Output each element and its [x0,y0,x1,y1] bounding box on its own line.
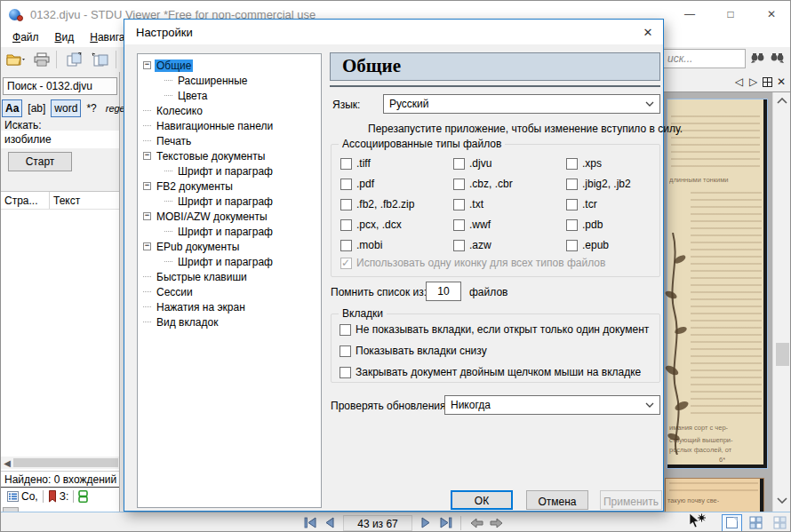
filetype-checkbox-row[interactable]: .epub [566,239,651,251]
open-file-button[interactable] [4,49,28,70]
checkbox-epub[interactable] [566,240,578,251]
checkbox-azw[interactable] [453,240,465,251]
tree-expander-icon[interactable]: − [143,152,151,160]
first-page-button[interactable] [300,515,320,531]
checkbox-wwf[interactable] [453,219,465,231]
results-column-page[interactable]: Стра... [1,192,50,209]
menu-item-вид[interactable]: Вид [47,29,83,45]
dialog-title-bar[interactable]: Настройки ✕ [124,20,663,44]
grid-view-button[interactable] [746,514,766,532]
scroll-down-icon[interactable] [777,497,787,504]
tree-item-цвета[interactable]: Цвета [138,88,321,103]
scroll-left-icon[interactable]: ◀ [1,458,13,468]
checkbox-tiff[interactable] [340,158,352,170]
tab-option-row-1[interactable]: Не показывать вкладки, если открыт тольк… [340,323,652,336]
menu-item-файл[interactable]: Файл [4,29,47,45]
filetype-checkbox-row[interactable]: .txt [453,198,566,210]
history-back-button[interactable] [467,515,486,531]
tree-item-epub-документы[interactable]: −EPub документы [138,239,321,254]
filetype-checkbox-row[interactable]: .pdf [340,178,453,190]
tree-item-колесико[interactable]: Колесико [138,103,321,118]
history-forward-button[interactable] [486,515,506,531]
document-search-field[interactable]: иск... [664,49,746,68]
filetype-checkbox-row[interactable]: .mobi [340,239,453,251]
search-mode-[interactable]: *? [83,99,100,117]
scroll-up-icon[interactable] [777,98,787,104]
tab-option-row-3[interactable]: Закрывать документ двойным щелчком мыши … [340,366,652,378]
tab-option-checkbox-2[interactable] [340,345,351,357]
panel-tab-contents[interactable]: Со, [4,488,41,504]
checkbox-pcxdcx[interactable] [340,219,352,231]
find-next-button[interactable] [768,50,786,67]
remember-count-input[interactable] [426,282,461,301]
search-mode-ab[interactable]: [ab] [24,99,49,117]
checkbox-pdf[interactable] [340,179,352,190]
import-page-button[interactable] [89,49,112,70]
filetype-checkbox-row[interactable]: .pdb [566,218,651,231]
close-button[interactable]: ✕ [751,1,791,28]
filetype-checkbox-row[interactable]: .tiff [340,157,453,170]
filetype-checkbox-row[interactable]: .azw [453,239,566,251]
results-horizontal-scrollbar[interactable]: ◀ [1,457,119,469]
tree-item-шрифт-и-параграф[interactable]: Шрифт и параграф [138,163,321,179]
document-page-next[interactable]: такую почву све- [666,479,763,512]
checkbox-txt[interactable] [453,199,465,210]
filetype-checkbox-row[interactable]: .jbig2, .jb2 [566,178,651,190]
maximize-button[interactable]: □ [710,1,751,28]
filetype-checkbox-row[interactable]: .fb2, .fb2.zip [340,198,453,210]
tree-item-нажатия-на-экран[interactable]: Нажатия на экран [138,299,321,314]
updates-select[interactable]: Никогда [444,395,660,415]
ok-button[interactable]: ОК [451,490,513,510]
tab-option-checkbox-3[interactable] [340,367,351,378]
search-input[interactable] [1,131,119,148]
tree-expander-icon[interactable]: − [143,182,151,190]
scrollbar-thumb[interactable] [13,458,118,467]
checkbox-pdb[interactable] [566,219,578,231]
print-button[interactable] [31,49,52,70]
checkbox-xps[interactable] [566,158,578,170]
page-indicator[interactable]: 43 из 67 [343,515,412,531]
document-page-current[interactable]: длинными тонкими имания сорт с чер- ству… [667,99,767,468]
filetype-checkbox-row[interactable]: .cbz, .cbr [453,178,566,190]
language-select[interactable]: Русский [383,94,660,114]
find-previous-button[interactable] [748,50,766,67]
tree-item-шрифт-и-параграф[interactable]: Шрифт и параграф [138,194,321,209]
single-page-view-button[interactable] [722,514,742,532]
prev-tab-icon[interactable]: ◁ [735,75,743,88]
start-search-button[interactable]: Старт [8,152,72,171]
minimize-button[interactable]: — [669,1,710,28]
filetype-checkbox-row[interactable]: .tcr [566,198,651,210]
panel-tab-thumbnails[interactable] [76,488,91,504]
document-vertical-scrollbar[interactable] [772,92,791,512]
tree-item-fb2-документы[interactable]: −FB2 документы [138,179,321,194]
checkbox-fb2fb2zip[interactable] [340,199,352,210]
tree-item-mobi-azw-документы[interactable]: −MOBI/AZW документы [138,209,321,224]
export-page-button[interactable] [63,49,86,70]
next-tab-icon[interactable]: ▷ [749,75,757,88]
next-page-button[interactable] [416,515,435,531]
scrollbar-thumb[interactable] [776,343,789,366]
one-icon-checkbox[interactable] [340,258,352,269]
grid-view-alt-button[interactable] [770,514,790,532]
close-document-icon[interactable]: ✕ [777,75,786,88]
one-icon-checkbox-row[interactable]: Использовать одну иконку для всех типов … [340,257,605,269]
dialog-close-button[interactable]: ✕ [633,20,663,44]
previous-page-button[interactable] [320,515,340,531]
apply-button[interactable]: Применить [600,490,662,510]
tree-item-сессии[interactable]: Сессии [138,284,321,299]
search-mode-word[interactable]: word [51,99,81,117]
tree-item-навигационные-панели[interactable]: Навигационные панели [138,118,321,133]
cancel-button[interactable]: Отмена [526,490,588,510]
checkbox-mobi[interactable] [340,240,352,251]
tree-expander-icon[interactable]: − [143,242,151,250]
tree-item-текстовые-документы[interactable]: −Текстовые документы [138,148,321,163]
last-page-button[interactable] [435,515,455,531]
checkbox-jbig2jb2[interactable] [566,179,578,190]
tree-item-шрифт-и-параграф[interactable]: Шрифт и параграф [138,254,321,269]
checkbox-tcr[interactable] [566,199,578,210]
tab-list-icon[interactable] [763,77,772,87]
filetype-checkbox-row[interactable]: .wwf [453,218,566,231]
filetype-checkbox-row[interactable]: .pcx, .dcx [340,218,453,231]
filetype-checkbox-row[interactable]: .djvu [453,157,566,170]
tree-item-шрифт-и-параграф[interactable]: Шрифт и параграф [138,224,321,239]
